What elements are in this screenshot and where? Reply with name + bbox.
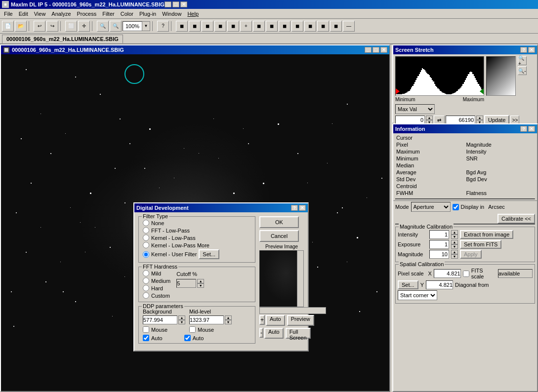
info-help[interactable]: ? (520, 126, 527, 132)
int-down[interactable]: ▼ (451, 235, 458, 239)
tool6[interactable]: + (240, 21, 252, 32)
mode-select[interactable]: Aperture (411, 202, 451, 212)
cutoff-up[interactable]: ▲ (197, 279, 204, 283)
calibrate-btn[interactable]: Calibrate << (497, 214, 535, 224)
tool9[interactable]: ◼ (279, 21, 290, 32)
tool1[interactable]: ◼ (176, 21, 188, 32)
close-btn[interactable]: ✕ (180, 1, 187, 7)
cancel-btn[interactable]: Cancel (259, 230, 299, 242)
menu-color[interactable]: Color (118, 10, 136, 18)
intensity-input[interactable] (429, 230, 449, 239)
dialog-close[interactable]: ✕ (299, 205, 306, 211)
fft-medium-radio[interactable] (143, 277, 149, 284)
mid-down[interactable]: ▼ (225, 320, 232, 324)
filter-none-radio[interactable] (143, 220, 149, 226)
tool12[interactable]: ◼ (317, 21, 329, 32)
tool14[interactable]: — (343, 21, 355, 32)
cutoff-down[interactable]: ▼ (197, 283, 204, 288)
menu-process[interactable]: Process (74, 10, 100, 18)
menu-file[interactable]: File (1, 10, 16, 18)
apply-btn[interactable]: Apply (460, 250, 482, 259)
ok-btn[interactable]: OK (259, 216, 299, 228)
set-from-fits-btn[interactable]: Set from FITS (460, 240, 501, 249)
tool10[interactable]: ◼ (291, 21, 303, 32)
filter-fft-radio[interactable] (143, 227, 149, 234)
tool3[interactable]: ◼ (202, 21, 213, 32)
image-maximize[interactable]: □ (372, 47, 379, 53)
tool8[interactable]: ◼ (266, 21, 278, 32)
auto-bg-check[interactable] (143, 335, 149, 341)
fft-mild-radio[interactable] (143, 270, 149, 276)
zoom-input[interactable] (123, 21, 142, 31)
mouse-mid-check[interactable] (189, 326, 196, 333)
preview-scrollbar-h[interactable] (259, 307, 326, 314)
mode-check[interactable] (453, 204, 459, 210)
preview-btn[interactable]: Preview (287, 315, 314, 326)
dialog-help[interactable]: ? (291, 205, 298, 211)
auto-mid-check[interactable] (184, 335, 191, 341)
open-btn[interactable]: 📂 (15, 21, 27, 32)
filter-set-btn[interactable]: Set... (199, 249, 219, 259)
fft-custom-radio[interactable] (143, 292, 149, 299)
min-up[interactable]: ▲ (426, 116, 433, 120)
zoom-in-btn[interactable]: 🔍 (110, 21, 122, 32)
image-minimize[interactable]: _ (365, 47, 372, 53)
extract-btn[interactable]: Extract from image (460, 230, 513, 239)
zoom-dropdown-btn[interactable]: ▼ (142, 21, 150, 31)
int-up[interactable]: ▲ (451, 230, 458, 235)
menu-help[interactable]: Help (184, 10, 202, 18)
exp-up[interactable]: ▲ (451, 240, 458, 244)
bg-down[interactable]: ▼ (178, 320, 185, 324)
menu-plugin[interactable]: Plug-in (136, 10, 159, 18)
select-btn[interactable]: ⬜ (65, 21, 77, 32)
set-btn[interactable]: Set... (398, 280, 418, 289)
fft-hard-radio[interactable] (143, 285, 149, 291)
tool2[interactable]: ◼ (189, 21, 201, 32)
auto-btn1[interactable]: Auto (266, 315, 285, 326)
tool11[interactable]: ◼ (304, 21, 316, 32)
filter-kernel-user-radio[interactable] (143, 251, 149, 258)
tool13[interactable]: ◼ (330, 21, 342, 32)
mag-up[interactable]: ▲ (451, 250, 458, 254)
zoom-out-hist[interactable]: 🔍- (518, 66, 527, 75)
menu-view[interactable]: View (31, 10, 49, 18)
tool7[interactable]: ◼ (253, 21, 265, 32)
maximize-btn[interactable]: □ (172, 1, 179, 7)
ddp-bg-input[interactable] (143, 315, 177, 324)
redo-btn[interactable]: ↪ (46, 21, 58, 32)
mid-up[interactable]: ▲ (225, 315, 232, 320)
ddp-mid-input[interactable] (189, 315, 224, 324)
crosshair-btn[interactable]: ✛ (78, 21, 90, 32)
exposure-input[interactable] (429, 240, 449, 249)
menu-edit[interactable]: Edit (16, 10, 31, 18)
preview-scrollbar-v[interactable] (297, 250, 304, 307)
undo-btn[interactable]: ↩ (34, 21, 45, 32)
bg-up[interactable]: ▲ (178, 315, 185, 320)
image-close[interactable]: ✕ (380, 47, 387, 53)
new-btn[interactable]: 📄 (2, 21, 14, 32)
tool4[interactable]: ◼ (214, 21, 226, 32)
fits-check[interactable] (463, 271, 469, 277)
ss-help[interactable]: ? (520, 47, 527, 53)
mouse-bg-check[interactable] (143, 326, 149, 333)
zoom-in-hist[interactable]: 🔍+ (518, 56, 527, 65)
tool5[interactable]: ◼ (227, 21, 239, 32)
tab-image[interactable]: 00000106_960s_m22_Ha.LUMINANCE.SBIG (2, 35, 123, 43)
y-input[interactable] (426, 280, 453, 289)
menu-analyze[interactable]: Analyze (48, 10, 74, 18)
filter-kernel-more-radio[interactable] (143, 242, 149, 248)
filter-kernel-lp-radio[interactable] (143, 235, 149, 241)
info-close[interactable]: ✕ (528, 126, 535, 132)
corner-select[interactable]: Start corner (398, 290, 437, 300)
exp-down[interactable]: ▼ (451, 244, 458, 249)
auto-btn2[interactable]: Auto (264, 328, 284, 339)
zoom-in-preview[interactable]: + (259, 315, 265, 325)
x-input[interactable] (434, 269, 461, 278)
mag-down[interactable]: ▼ (451, 254, 458, 259)
fullscreen-btn[interactable]: Full Screen (286, 328, 311, 339)
maxval-select[interactable]: Max Val (395, 104, 435, 114)
cutoff-input[interactable] (176, 279, 196, 288)
menu-filter[interactable]: Filter (99, 10, 117, 18)
minimize-btn[interactable]: _ (165, 1, 171, 7)
max-up[interactable]: ▲ (476, 116, 483, 120)
